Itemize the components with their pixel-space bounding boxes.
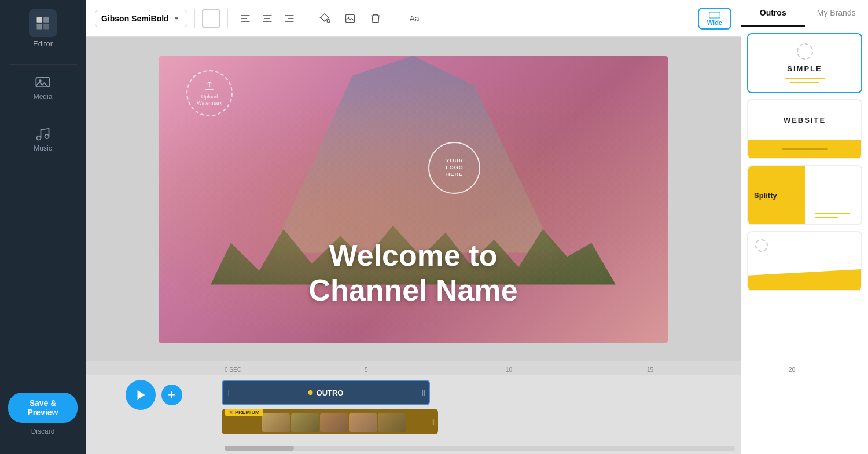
t4-logo-circle (755, 239, 768, 252)
font-name: Gibson SemiBold (101, 14, 169, 23)
paint-bucket-btn[interactable] (314, 8, 335, 29)
website-bar (748, 140, 861, 158)
play-icon (135, 389, 148, 401)
sidebar-divider-2 (9, 116, 77, 116)
toolbar-divider-3 (307, 9, 307, 28)
trash-icon (370, 13, 381, 24)
logo-text-1: YOUR (446, 158, 463, 164)
align-right-icon (284, 13, 295, 24)
outro-label: OUTRO (308, 389, 344, 397)
play-button[interactable] (126, 380, 156, 410)
add-track-button[interactable]: + (161, 385, 182, 405)
toolbar-divider-2 (227, 9, 228, 28)
wide-button[interactable]: Wide (698, 8, 731, 30)
right-panel: Outros My Brands SIMPLE WEBSITE (741, 0, 868, 454)
canvas-area: UploadWatermark YOUR LOGO HERE Welcome t… (86, 37, 741, 361)
thumb-1 (262, 413, 290, 432)
ruler-0: 0 SEC (225, 367, 241, 373)
align-right-btn[interactable] (279, 8, 300, 29)
outro-dot (308, 390, 313, 395)
premium-track[interactable]: ★ PREMIUM || (222, 409, 438, 434)
align-left-btn[interactable] (235, 8, 256, 29)
tab-my-brands[interactable]: My Brands (805, 0, 869, 27)
canvas-text[interactable]: Welcome to Channel Name (308, 239, 517, 308)
paint-bucket-icon (319, 13, 330, 24)
svg-marker-21 (138, 390, 145, 400)
template-website-preview: WEBSITE (748, 100, 861, 158)
splitty-lines (815, 213, 850, 218)
premium-handle-right: || (431, 418, 435, 425)
align-left-icon (240, 13, 251, 24)
sidebar-item-media[interactable]: Media (34, 74, 53, 101)
canvas[interactable]: UploadWatermark YOUR LOGO HERE Welcome t… (159, 56, 668, 343)
image-icon (344, 13, 356, 24)
outro-track[interactable]: || OUTRO || (222, 380, 430, 405)
website-top: WEBSITE (748, 100, 861, 140)
ruler-5: 5 (365, 367, 368, 373)
sidebar-bottom: Save & Preview Discard (0, 393, 86, 445)
svg-rect-3 (43, 24, 49, 29)
font-selector[interactable]: Gibson SemiBold (95, 10, 187, 27)
template-splitty-preview: Splitty (748, 166, 861, 224)
ruler-20: 20 (789, 367, 795, 373)
template-simple[interactable]: SIMPLE (747, 33, 862, 93)
toolbar-divider-4 (393, 9, 393, 28)
track-handle-right: || (422, 389, 425, 396)
editor-label: Editor (33, 39, 53, 48)
tab-outros[interactable]: Outros (741, 0, 805, 27)
delete-btn[interactable] (365, 8, 386, 29)
svg-rect-18 (346, 14, 355, 22)
align-center-btn[interactable] (257, 8, 278, 29)
splitty-right (805, 166, 862, 224)
template-4[interactable] (747, 231, 862, 291)
logo-text-3: HERE (446, 171, 463, 178)
timeline-scrollbar[interactable] (225, 446, 735, 451)
color-picker[interactable] (202, 9, 220, 28)
discard-link[interactable]: Discard (31, 427, 55, 435)
wide-label: Wide (707, 19, 722, 26)
image-btn[interactable] (340, 8, 361, 29)
thumb-3 (320, 413, 348, 432)
template-website[interactable]: WEBSITE (747, 99, 862, 159)
svg-point-6 (37, 136, 41, 140)
svg-rect-1 (43, 17, 49, 23)
splitty-line-1 (815, 213, 850, 214)
upload-watermark-label: UploadWatermark (197, 94, 222, 107)
timeline-content: + || OUTRO || ★ PREMIUM (86, 375, 741, 446)
t4-bar (748, 269, 861, 290)
toolbar-divider-1 (194, 9, 195, 28)
svg-rect-4 (36, 78, 49, 87)
thumb-2 (291, 413, 319, 432)
ruler-15: 15 (647, 367, 653, 373)
timeline-ruler: 0 SEC 5 10 15 20 25 (86, 361, 741, 375)
sidebar-divider-1 (9, 64, 77, 65)
template-splitty[interactable]: Splitty (747, 165, 862, 225)
music-label: Music (34, 144, 52, 152)
save-preview-button[interactable]: Save & Preview (8, 393, 78, 423)
svg-rect-2 (37, 24, 42, 29)
splitty-left: Splitty (748, 166, 805, 224)
logo-placeholder[interactable]: YOUR LOGO HERE (428, 142, 480, 194)
website-title: WEBSITE (784, 116, 826, 125)
alignment-group (235, 8, 300, 29)
premium-badge: ★ PREMIUM (225, 409, 263, 416)
website-bar-line (782, 148, 828, 150)
panel-content: SIMPLE WEBSITE Splitty (741, 27, 868, 454)
editor-icon (29, 9, 57, 37)
ruler-10: 10 (506, 367, 512, 373)
svg-rect-0 (37, 17, 42, 23)
sidebar-item-music[interactable]: Music (34, 126, 52, 152)
timeline-scrollbar-thumb (225, 446, 294, 451)
premium-star: ★ (229, 409, 233, 415)
simple-lines (785, 78, 825, 83)
text-size-btn[interactable]: Aa (400, 8, 428, 29)
svg-point-7 (45, 134, 49, 138)
timeline-tracks: || OUTRO || ★ PREMIUM (222, 380, 741, 434)
svg-rect-20 (709, 12, 720, 18)
panel-tabs: Outros My Brands (741, 0, 868, 27)
canvas-title-line1: Welcome to (308, 239, 517, 273)
template-simple-preview: SIMPLE (748, 34, 861, 92)
media-label: Media (34, 93, 53, 101)
simple-title: SIMPLE (787, 64, 822, 73)
upload-watermark[interactable]: UploadWatermark (186, 70, 233, 116)
